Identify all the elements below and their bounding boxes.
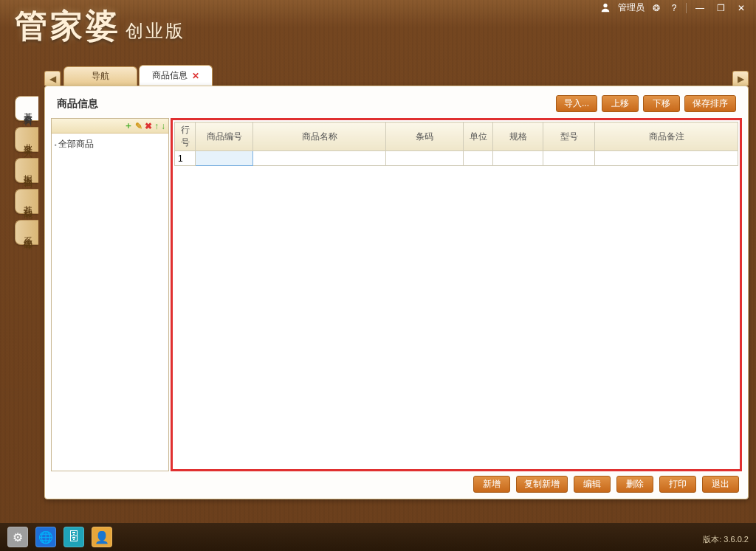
- cell-model[interactable]: [543, 151, 595, 166]
- delete-button[interactable]: 删除: [616, 476, 653, 493]
- new-button[interactable]: 新增: [473, 476, 510, 493]
- app-brand: 管家婆 创业版: [15, 4, 185, 48]
- print-button[interactable]: 打印: [659, 476, 696, 493]
- tab-scroll-right[interactable]: ▶: [732, 71, 749, 86]
- maximize-button[interactable]: ❐: [713, 2, 728, 14]
- side-tab-business-entry[interactable]: 业务录入: [15, 127, 38, 152]
- col-barcode[interactable]: 条码: [386, 122, 464, 151]
- user-icon: [600, 2, 612, 13]
- cell-unit[interactable]: [464, 151, 493, 166]
- cell-barcode[interactable]: [386, 151, 464, 166]
- side-tab-other-functions[interactable]: 其它功能: [15, 189, 38, 214]
- nav-tab-strip: ◀ 导航 商品信息 ✕ ▶: [44, 65, 749, 86]
- import-button[interactable]: 导入...: [556, 95, 597, 112]
- cell-remark[interactable]: [595, 151, 738, 166]
- page-header-buttons: 导入... 上移 下移 保存排序: [556, 95, 736, 112]
- col-spec[interactable]: 规格: [493, 122, 543, 151]
- product-grid: 行号 商品编号 商品名称 条码 单位 规格 型号 商品备注 1: [174, 122, 738, 166]
- side-tab-system-manage[interactable]: 系统管理: [15, 220, 38, 245]
- col-name[interactable]: 商品名称: [253, 122, 386, 151]
- col-model[interactable]: 型号: [543, 122, 595, 151]
- copy-new-button[interactable]: 复制新增: [516, 476, 568, 493]
- cell-name[interactable]: [253, 151, 386, 166]
- side-tab-bar: 基本资料 业务录入 报表查询 其它功能 系统管理: [15, 96, 38, 245]
- help-icon[interactable]: ?: [668, 2, 680, 14]
- side-tab-report-query[interactable]: 报表查询: [15, 158, 38, 183]
- tab-scroll-left[interactable]: ◀: [44, 71, 61, 86]
- tree-delete-icon[interactable]: ✖: [145, 121, 152, 131]
- content-row: ＋ ✎ ✖ ↑ ↓ 全部商品 行号 商品编号 商品名称: [51, 118, 742, 471]
- brand-sub: 创业版: [126, 19, 185, 43]
- edit-button[interactable]: 编辑: [574, 476, 611, 493]
- cell-code[interactable]: [196, 151, 253, 166]
- close-button[interactable]: ✕: [734, 2, 749, 14]
- tree-toolbar: ＋ ✎ ✖ ↑ ↓: [52, 119, 168, 134]
- taskbar-user-icon[interactable]: 👤: [92, 527, 112, 547]
- workspace: 商品信息 导入... 上移 下移 保存排序 ＋ ✎ ✖ ↑ ↓ 全部商品: [44, 86, 749, 499]
- cell-rownum[interactable]: 1: [175, 151, 196, 166]
- col-rownum[interactable]: 行号: [175, 122, 196, 151]
- tree-edit-icon[interactable]: ✎: [135, 121, 142, 131]
- page-header: 商品信息 导入... 上移 下移 保存排序: [51, 92, 742, 118]
- col-unit[interactable]: 单位: [464, 122, 493, 151]
- tree-root-node[interactable]: 全部商品: [55, 138, 165, 150]
- taskbar-globe-icon[interactable]: 🌐: [35, 527, 56, 547]
- page-footer-buttons: 新增 复制新增 编辑 删除 打印 退出: [51, 471, 742, 493]
- minimize-button[interactable]: —: [693, 2, 707, 14]
- brand-main: 管家婆: [15, 4, 121, 48]
- taskbar-settings-icon[interactable]: ⚙: [7, 527, 28, 547]
- tree-down-icon[interactable]: ↓: [161, 121, 165, 131]
- category-tree-panel: ＋ ✎ ✖ ↑ ↓ 全部商品: [51, 118, 169, 471]
- tab-product-info[interactable]: 商品信息 ✕: [139, 65, 213, 86]
- tab-navigation-label: 导航: [92, 70, 109, 83]
- save-order-button[interactable]: 保存排序: [684, 95, 736, 112]
- window-topbar: 管理员 ❂ ? — ❐ ✕: [600, 1, 749, 14]
- side-tab-basic-info[interactable]: 基本资料: [15, 96, 38, 121]
- cell-spec[interactable]: [493, 151, 543, 166]
- tab-product-info-label: 商品信息: [152, 69, 188, 82]
- svg-point-0: [603, 4, 607, 7]
- tab-close-icon[interactable]: ✕: [192, 71, 199, 81]
- col-code[interactable]: 商品编号: [196, 122, 253, 151]
- col-remark[interactable]: 商品备注: [595, 122, 738, 151]
- user-label[interactable]: 管理员: [618, 1, 645, 14]
- tree-add-icon[interactable]: ＋: [124, 119, 133, 132]
- wechat-icon[interactable]: ❂: [650, 2, 662, 14]
- separator: [686, 3, 687, 13]
- tab-navigation[interactable]: 导航: [63, 66, 137, 86]
- taskbar: ⚙ 🌐 🗄 👤: [0, 523, 756, 551]
- tree-up-icon[interactable]: ↑: [154, 121, 159, 131]
- exit-button[interactable]: 退出: [702, 476, 739, 493]
- taskbar-data-icon[interactable]: 🗄: [63, 527, 84, 547]
- page-title: 商品信息: [57, 97, 98, 111]
- grid-highlight-box: 行号 商品编号 商品名称 条码 单位 规格 型号 商品备注 1: [171, 118, 742, 471]
- tree-body: 全部商品: [52, 134, 168, 471]
- move-up-button[interactable]: 上移: [602, 95, 639, 112]
- move-down-button[interactable]: 下移: [643, 95, 680, 112]
- grid-header-row: 行号 商品编号 商品名称 条码 单位 规格 型号 商品备注: [175, 122, 738, 151]
- grid-row[interactable]: 1: [175, 151, 738, 166]
- version-label: 版本: 3.6.0.2: [703, 534, 749, 545]
